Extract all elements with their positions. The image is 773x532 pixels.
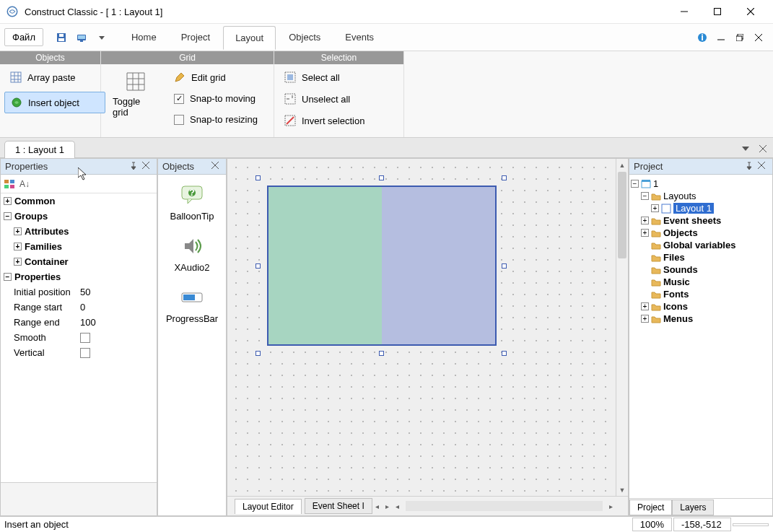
project-tab-project[interactable]: Project — [629, 500, 672, 515]
mdi-restore-icon[interactable] — [734, 32, 746, 43]
checkbox-unchecked-icon[interactable] — [80, 333, 90, 343]
object-xaudio2[interactable]: XAudio2 — [158, 226, 226, 277]
folder-icon — [651, 314, 661, 324]
tree-sounds[interactable]: Sounds — [631, 263, 771, 276]
object-balloontip[interactable]: ? BalloonTip — [158, 175, 226, 226]
svg-rect-56 — [642, 180, 650, 182]
tab-home[interactable]: Home — [120, 26, 168, 48]
prop-group-families[interactable]: +Families — [1, 239, 157, 254]
toggle-grid-button[interactable]: Toggle grid — [105, 67, 165, 122]
hscroll-left-icon[interactable]: ◂ — [393, 502, 403, 510]
snap-moving-checkbox[interactable]: ✓ Snap-to moving — [168, 89, 269, 108]
prop-group-attributes[interactable]: +Attributes — [1, 224, 157, 239]
document-tab[interactable]: 1 : Layout 1 — [4, 141, 75, 158]
tree-objects[interactable]: +Objects — [631, 227, 771, 239]
pin-icon[interactable] — [129, 162, 139, 172]
resize-handle-nw[interactable] — [256, 175, 261, 180]
pin-icon[interactable] — [745, 162, 755, 172]
minimize-button[interactable] — [668, 0, 701, 23]
categorized-icon[interactable] — [4, 178, 15, 190]
hscroll-right-icon[interactable]: ▸ — [606, 502, 616, 510]
prop-initial-position[interactable]: Initial position50 — [1, 284, 157, 300]
edit-grid-label: Edit grid — [191, 72, 226, 83]
resize-handle-ne[interactable] — [502, 175, 507, 180]
prop-group-container[interactable]: +Container — [1, 254, 157, 269]
prop-group-common[interactable]: +Common — [1, 193, 157, 209]
mdi-minimize-icon[interactable] — [715, 32, 727, 43]
svg-rect-6 — [58, 38, 64, 41]
tree-icons[interactable]: +Icons — [631, 300, 771, 313]
prop-vertical[interactable]: Vertical — [1, 345, 157, 360]
maximize-button[interactable] — [701, 0, 734, 23]
svg-line-37 — [287, 117, 294, 124]
canvas-tab-event-sheet[interactable]: Event Sheet I — [305, 498, 372, 514]
horizontal-scrollbar[interactable] — [406, 501, 603, 511]
prop-group-groups[interactable]: −Groups — [1, 209, 157, 224]
tree-files[interactable]: Files — [631, 251, 771, 263]
snap-resizing-checkbox[interactable]: Snap-to resizing — [168, 110, 269, 129]
tab-project[interactable]: Project — [170, 26, 222, 48]
mdi-close-icon[interactable] — [753, 32, 764, 43]
tree-layout1[interactable]: +Layout 1 — [631, 202, 771, 214]
scroll-down-icon[interactable]: ▼ — [616, 484, 628, 496]
resize-handle-w[interactable] — [256, 263, 261, 269]
checkbox-unchecked-icon[interactable] — [80, 348, 90, 358]
panel-close-icon[interactable] — [142, 162, 152, 172]
scrollbar-thumb[interactable] — [618, 172, 626, 258]
prop-group-properties[interactable]: −Properties — [1, 269, 157, 284]
tree-event-sheets[interactable]: +Event sheets — [631, 214, 771, 227]
file-menu-button[interactable]: Файл — [4, 28, 43, 46]
prop-smooth[interactable]: Smooth — [1, 330, 157, 345]
help-icon[interactable]: i — [696, 32, 708, 43]
tabscroll-left-icon[interactable]: ◂ — [372, 502, 383, 510]
tree-fonts[interactable]: Fonts — [631, 288, 771, 300]
resize-handle-sw[interactable] — [256, 351, 261, 356]
status-zoom: 100% — [632, 518, 672, 531]
invert-selection-button[interactable]: Invert selection — [279, 110, 380, 131]
project-panel-title: Project — [634, 161, 742, 172]
project-tab-layers[interactable]: Layers — [672, 500, 714, 515]
svg-rect-10 — [80, 40, 83, 42]
selected-object[interactable] — [267, 186, 497, 346]
resize-handle-s[interactable] — [379, 351, 384, 356]
save-icon[interactable] — [53, 30, 69, 45]
object-progressbar[interactable]: ProgressBar — [158, 277, 226, 328]
tab-objects[interactable]: Objects — [277, 26, 332, 48]
qat-dropdown-icon[interactable] — [94, 30, 110, 45]
tab-events[interactable]: Events — [333, 26, 385, 48]
canvas-tab-layout-editor[interactable]: Layout Editor — [235, 499, 302, 514]
prop-range-start[interactable]: Range start0 — [1, 300, 157, 315]
ribbon-group-title-selection: Selection — [274, 51, 403, 64]
unselect-all-button[interactable]: Unselect all — [279, 89, 380, 109]
sort-icon[interactable]: A↓ — [19, 179, 30, 189]
tab-layout[interactable]: Layout — [223, 26, 276, 50]
insert-object-button[interactable]: Insert object — [4, 92, 105, 113]
tree-global-vars[interactable]: Global variables — [631, 239, 771, 251]
panel-close-icon[interactable] — [758, 162, 768, 172]
layout-canvas[interactable]: ▲ ▼ Layout Editor Event Sheet I ◂ ▸ ◂ ▸ — [227, 158, 629, 516]
tree-root[interactable]: −1 — [631, 178, 771, 190]
tabscroll-right-icon[interactable]: ▸ — [383, 502, 393, 510]
tabbar-close-icon[interactable] — [757, 143, 769, 154]
select-all-button[interactable]: Select all — [279, 67, 380, 87]
vertical-scrollbar[interactable]: ▲ ▼ — [616, 159, 628, 496]
tree-layouts[interactable]: −Layouts — [631, 190, 771, 202]
prop-range-end[interactable]: Range end100 — [1, 315, 157, 330]
status-empty — [733, 523, 769, 526]
run-icon[interactable] — [74, 30, 89, 45]
tabbar-chevron-down-icon[interactable] — [740, 143, 751, 154]
panel-close-icon[interactable] — [211, 162, 222, 172]
tree-music[interactable]: Music — [631, 276, 771, 288]
resize-handle-se[interactable] — [502, 351, 507, 356]
folder-icon — [651, 302, 661, 312]
tree-menus[interactable]: +Menus — [631, 313, 771, 325]
folder-icon — [651, 289, 661, 300]
scroll-up-icon[interactable]: ▲ — [616, 159, 628, 171]
close-button[interactable] — [734, 0, 767, 23]
resize-handle-e[interactable] — [502, 263, 507, 269]
resize-handle-n[interactable] — [379, 175, 384, 180]
edit-grid-button[interactable]: Edit grid — [168, 67, 269, 87]
speaker-icon — [180, 235, 204, 258]
pencil-icon — [174, 71, 185, 83]
array-paste-button[interactable]: Array paste — [4, 67, 105, 87]
